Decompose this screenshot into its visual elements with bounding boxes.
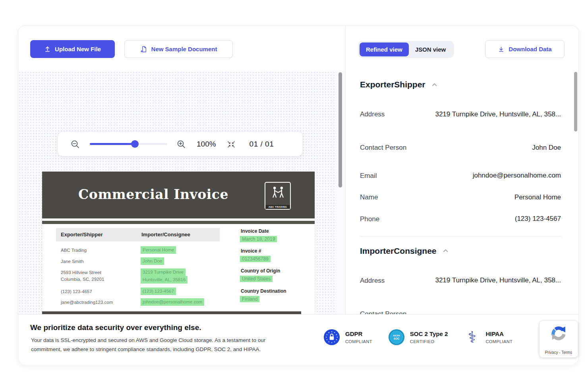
- field-value: 3219 Turnpike Drive, Huntsville, AL, 358…: [435, 108, 561, 121]
- viewer-scrollbar-thumb[interactable]: [338, 72, 342, 187]
- field-label: Contact Person: [360, 309, 408, 314]
- exporter-header: Exporter/Shipper: [61, 232, 103, 238]
- exporter-phone: (123) 123-4657: [61, 288, 92, 295]
- field-row: Email johndoe@personalhome.com: [360, 170, 561, 182]
- invoice-number-value[interactable]: 0123456789: [240, 256, 271, 262]
- invoice-date-value[interactable]: March 18, 2019: [240, 236, 277, 242]
- country-destination-value[interactable]: Finland: [240, 296, 259, 302]
- badge-name: SOC 2 Type 2: [410, 330, 448, 337]
- field-value: johndoe@personalhome.com: [473, 170, 561, 182]
- importer-phone-highlight[interactable]: (123) 123-4567: [141, 288, 176, 295]
- tab-json-view[interactable]: JSON view: [409, 42, 453, 56]
- compliance-badges: GDPR COMPLIANT AICPA SOC SOC 2 Type 2: [323, 329, 513, 346]
- new-sample-document-button[interactable]: New Sample Document: [124, 40, 233, 58]
- abc-trading-logo: ABC TRADING: [265, 182, 291, 210]
- invoice-number-label: Invoice #: [241, 248, 261, 254]
- country-origin-label: Country of Origin: [241, 268, 280, 274]
- badge-name: GDPR: [345, 330, 372, 337]
- field-value: (123) 123-4567: [515, 213, 561, 225]
- page-indicator: 01 / 01: [250, 140, 274, 149]
- toolbar-header: Upload New File New Sample Document Refi…: [18, 26, 578, 71]
- section-title-text: ExporterShipper: [360, 80, 426, 89]
- field-label: Address: [360, 109, 408, 120]
- invoice-column-headers: Exporter/Shipper Importer/Consignee: [56, 228, 220, 241]
- new-document-icon: [140, 46, 147, 53]
- field-row: Name Personal Home: [360, 191, 561, 204]
- upload-icon: [44, 46, 51, 52]
- document-viewer: Commercial Invoice ABC TRADING Exporter/…: [18, 71, 345, 314]
- field-value: Personal Home: [514, 191, 561, 204]
- field-row: Contact Person John Doe: [360, 136, 561, 159]
- recaptcha-label: Privacy - Terms: [545, 350, 573, 355]
- items-products-bar: Items/Products: [42, 311, 301, 314]
- field-label: Name: [360, 192, 408, 203]
- section-exporter-shipper: ExporterShipper: [360, 80, 561, 89]
- field-row: Address 3219 Turnpike Drive, Huntsville,…: [360, 269, 561, 292]
- badge-status: COMPLIANT: [485, 339, 513, 344]
- field-label: Address: [360, 275, 408, 286]
- extracted-data-panel: ExporterShipper Address 3219 Turnpike Dr…: [346, 71, 578, 314]
- upload-button-label: Upload New File: [55, 46, 101, 52]
- svg-text:SOC: SOC: [394, 337, 400, 340]
- zoom-slider-thumb[interactable]: [131, 140, 139, 148]
- exporter-email: jane@abctrading123.com: [61, 299, 113, 306]
- importer-company-highlight[interactable]: Personal Home: [141, 246, 176, 254]
- importer-address-highlight[interactable]: 3219 Turnpike Drive Huntsville, AL, 3581…: [141, 268, 188, 284]
- caduceus-icon: ⚕: [464, 329, 480, 346]
- svg-text:AICPA: AICPA: [393, 334, 400, 337]
- zoom-in-icon[interactable]: [176, 139, 186, 149]
- gdpr-lock-icon: [323, 329, 340, 346]
- section-importer-consignee: ImporterConsignee: [360, 246, 561, 256]
- data-panel-scrollbar-thumb[interactable]: [574, 72, 577, 131]
- zoom-slider[interactable]: [90, 143, 167, 145]
- main-card: Upload New File New Sample Document Refi…: [18, 25, 579, 365]
- invoice-divider-band: [42, 221, 315, 224]
- invoice-date-label: Invoice Date: [241, 228, 269, 234]
- viewer-zoom-toolbar: 100% ↘↙↗↖ 01 / 01: [58, 132, 302, 156]
- download-data-button[interactable]: Download Data: [485, 40, 565, 58]
- zoom-out-icon[interactable]: [70, 139, 80, 149]
- field-label: Phone: [360, 214, 408, 224]
- soc2-seal-icon: AICPA SOC: [388, 329, 405, 346]
- sample-button-label: New Sample Document: [151, 46, 217, 52]
- chevron-up-icon[interactable]: [442, 247, 449, 254]
- country-destination-label: Country Destination: [241, 288, 286, 294]
- importer-contact-highlight[interactable]: John Doe: [141, 257, 164, 265]
- badge-name: HIPAA: [485, 330, 513, 337]
- exporter-address: 2593 Hillview StreetColumbia, SC, 29201: [61, 269, 104, 283]
- section-title-text: ImporterConsignee: [360, 246, 437, 256]
- invoice-header-bar: Commercial Invoice ABC TRADING: [42, 172, 315, 218]
- chevron-up-icon[interactable]: [431, 81, 438, 88]
- zoom-level-label: 100%: [197, 140, 216, 149]
- invoice-document: Commercial Invoice ABC TRADING Exporter/…: [42, 172, 315, 314]
- field-label: Email: [360, 170, 408, 181]
- hipaa-badge: ⚕ HIPAA COMPLIANT: [464, 329, 513, 346]
- field-value: 3219 Turnpike Drive, Huntsville, AL, 358…: [435, 274, 561, 287]
- tab-refined-view[interactable]: Refined view: [360, 42, 409, 56]
- importer-email-highlight[interactable]: johndoe@personalhome.com: [141, 298, 204, 306]
- gdpr-badge: GDPR COMPLIANT: [323, 329, 372, 346]
- fit-screen-icon[interactable]: ↘↙↗↖: [227, 140, 236, 148]
- field-label: Contact Person: [360, 142, 408, 153]
- download-button-label: Download Data: [509, 46, 551, 52]
- field-row: Contact Person: [360, 303, 561, 314]
- field-value: John Doe: [532, 142, 561, 154]
- badge-status: CERTIFIED: [410, 339, 448, 344]
- importer-header: Importer/Consignee: [141, 232, 190, 238]
- field-row: Address 3219 Turnpike Drive, Huntsville,…: [360, 103, 561, 126]
- exporter-company: ABC Trading: [61, 247, 87, 254]
- recaptcha-badge[interactable]: Privacy - Terms: [540, 321, 578, 357]
- security-banner-title: We prioritize data security over everyth…: [30, 323, 201, 332]
- view-mode-switch: Refined view JSON view: [358, 41, 454, 58]
- security-banner: We prioritize data security over everyth…: [18, 314, 578, 365]
- recaptcha-icon: [549, 324, 568, 342]
- upload-new-file-button[interactable]: Upload New File: [30, 40, 115, 58]
- country-origin-value[interactable]: United States: [240, 276, 273, 282]
- viewer-scrollbar-track: [337, 71, 345, 314]
- security-banner-body: Your data is SSL-encrypted and secured o…: [31, 336, 293, 354]
- section-divider: [360, 236, 561, 237]
- logo-caption: ABC TRADING: [265, 205, 290, 209]
- download-icon: [498, 46, 505, 52]
- invoice-title: Commercial Invoice: [42, 187, 265, 202]
- field-row: Phone (123) 123-4567: [360, 213, 561, 225]
